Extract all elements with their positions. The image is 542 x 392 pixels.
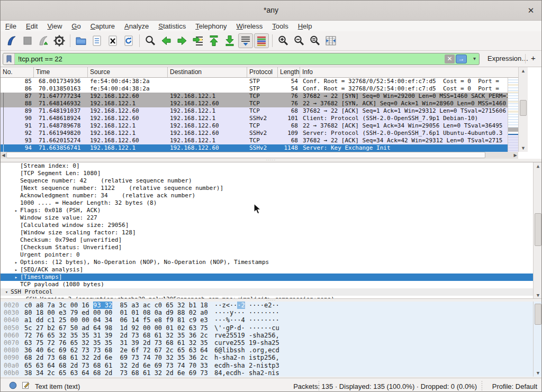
detail-row[interactable]: [Checksum Status: Unverified] — [1, 244, 541, 251]
display-filter-input[interactable]: !tcp.port == 22 ✕ → ▾ — [3, 53, 480, 65]
detail-row[interactable]: TCP payload (1080 bytes) — [1, 281, 541, 288]
hex-bytes[interactable]: 65 63 64 68 2d 73 68 61 32 2d 6e 69 73 7… — [24, 362, 208, 369]
scroll-down-icon[interactable]: ▼ — [534, 291, 541, 298]
zoom-reset-button[interactable] — [308, 33, 322, 48]
go-last-button[interactable] — [222, 33, 237, 48]
scrollbar-thumb[interactable] — [535, 304, 541, 325]
detail-row[interactable]: [Window size scaling factor: 128] — [1, 229, 541, 236]
restart-capture-button[interactable] — [36, 33, 51, 48]
packet-list-header[interactable]: No.TimeSourceDestinationProtocolLengthIn… — [1, 67, 518, 78]
packet-list-minimap[interactable] — [508, 78, 518, 152]
filter-dropdown-icon[interactable]: ▾ — [473, 56, 476, 61]
detail-row[interactable]: [Stream index: 0] — [1, 162, 541, 170]
titlebar[interactable]: *any ✕ — [1, 1, 541, 21]
ascii-bytes[interactable]: 84,ecdh- sha2-nis — [214, 369, 279, 377]
column-header-info[interactable]: Info — [300, 67, 518, 77]
detail-row[interactable]: [TCP Segment Len: 1080] — [1, 170, 541, 177]
stop-capture-button[interactable] — [20, 33, 35, 48]
ascii-bytes[interactable]: ···%···4 ········ — [214, 316, 279, 324]
capture-comment-icon[interactable] — [22, 381, 30, 391]
scrollbar-thumb[interactable] — [6, 152, 485, 158]
resize-columns-button[interactable] — [323, 33, 338, 48]
menu-edit[interactable]: Edit — [21, 21, 42, 31]
filter-apply-button[interactable]: → — [456, 54, 467, 63]
hex-bytes[interactable]: 80 18 00 e3 79 ed 00 00 01 01 08 0a d9 8… — [24, 309, 208, 316]
column-header-no[interactable]: No. — [1, 67, 34, 77]
zoom-out-button[interactable] — [292, 33, 306, 48]
hex-bytes[interactable]: 68 2d 73 68 61 32 2d 6e 69 73 74 70 32 3… — [24, 354, 208, 361]
menu-help[interactable]: Help — [293, 21, 317, 31]
packet-row-86[interactable]: 8670.013850163fe:54:00:d4:38:2aSTP54Conf… — [1, 85, 518, 93]
detail-row[interactable]: ▸Options: (12 bytes), No-Operation (NOP)… — [1, 259, 541, 266]
ascii-bytes[interactable]: ····y··· ········ — [214, 309, 279, 316]
hex-vscrollbar[interactable]: ▼ — [533, 302, 541, 377]
column-header-source[interactable]: Source — [88, 67, 168, 77]
filter-clear-button[interactable]: ✕ — [445, 54, 455, 63]
detail-row[interactable]: 1000 .... = Header Length: 32 bytes (8) — [1, 199, 541, 207]
packet-row-93[interactable]: 9371.662015274192.168.122.60192.168.122.… — [1, 137, 518, 144]
hex-bytes[interactable]: 72 76 65 32 35 35 31 39 2d 73 68 61 32 3… — [24, 332, 208, 339]
hex-row-0050[interactable]: 00505c 27 b2 67 50 ad 64 98 1d 92 00 00 … — [1, 324, 541, 332]
ascii-bytes[interactable]: rve25519 -sha256, — [214, 332, 279, 339]
hex-bytes[interactable]: a1 dd c1 25 00 00 04 34 06 14 f5 e8 f9 8… — [24, 316, 208, 324]
detail-row[interactable]: ▸Flags: 0x018 (PSH, ACK) — [1, 207, 541, 214]
menu-telephony[interactable]: Telephony — [191, 21, 231, 31]
start-capture-button[interactable] — [4, 33, 19, 48]
go-first-button[interactable] — [206, 33, 221, 48]
scrollbar-thumb[interactable] — [535, 213, 541, 246]
hex-row-00b0[interactable]: 00b038 34 2c 65 63 64 68 2d 73 68 61 32 … — [1, 369, 541, 377]
zoom-in-button[interactable] — [276, 33, 291, 48]
scroll-up-icon[interactable]: ▲ — [534, 162, 541, 170]
hex-row-0060[interactable]: 006072 76 65 32 35 35 31 39 2d 73 68 61 … — [1, 332, 541, 339]
hex-row-0080[interactable]: 008036 40 6c 69 62 73 73 68 2e 6f 72 67 … — [1, 347, 541, 354]
open-file-button[interactable] — [74, 33, 88, 48]
close-file-button[interactable] — [105, 33, 120, 48]
packet-row-85[interactable]: 8568.001734936fe:54:00:d4:38:2aSTP54Conf… — [1, 78, 518, 85]
hex-row-0040[interactable]: 0040a1 dd c1 25 00 00 04 34 06 14 f5 e8 … — [1, 316, 541, 324]
go-back-button[interactable] — [159, 33, 174, 48]
hex-row-0090[interactable]: 009068 2d 73 68 61 32 2d 6e 69 73 74 70 … — [1, 354, 541, 361]
details-vscrollbar[interactable]: ▲ ▼ — [533, 162, 541, 298]
detail-row[interactable]: ▾SSH Protocol — [1, 288, 541, 296]
detail-row[interactable]: ▸[Timestamps] — [1, 274, 541, 281]
reload-file-button[interactable] — [121, 33, 136, 48]
detail-row[interactable]: Acknowledgment number: 34 (relative ack … — [1, 192, 541, 199]
filter-bookmark-icon[interactable] — [3, 53, 15, 65]
save-file-button[interactable] — [89, 33, 104, 48]
expert-info-icon[interactable] — [9, 381, 17, 391]
hex-bytes[interactable]: 36 40 6c 69 62 73 73 68 2e 6f 72 67 2c 6… — [24, 347, 208, 354]
column-header-length[interactable]: Length — [278, 67, 300, 77]
expander-closed-icon[interactable]: ▸ — [12, 259, 20, 266]
hex-row-00a0[interactable]: 00a065 63 64 68 2d 73 68 61 32 2d 6e 69 … — [1, 362, 541, 369]
column-header-destination[interactable]: Destination — [168, 67, 247, 77]
menu-statistics[interactable]: Statistics — [153, 21, 191, 31]
scroll-right-icon[interactable]: ▶ — [512, 152, 518, 159]
scroll-down-icon[interactable]: ▼ — [534, 369, 541, 377]
find-packet-button[interactable] — [143, 33, 158, 48]
detail-row[interactable]: Sequence number: 42 (relative sequence n… — [1, 177, 541, 185]
detail-row[interactable]: Urgent pointer: 0 — [1, 251, 541, 259]
column-header-protocol[interactable]: Protocol — [247, 67, 278, 77]
menu-file[interactable]: File — [1, 21, 21, 31]
hex-row-0070[interactable]: 007063 75 72 76 65 32 35 35 31 39 2d 73 … — [1, 339, 541, 347]
expander-open-icon[interactable]: ▾ — [3, 288, 11, 296]
add-filter-button[interactable]: + — [531, 53, 536, 62]
hex-bytes[interactable]: c0 a8 7a 3c 00 16 93 32 85 a3 ac c0 65 3… — [24, 302, 208, 309]
column-header-time[interactable]: Time — [34, 67, 88, 77]
expander-closed-icon[interactable]: ▸ — [12, 274, 20, 281]
hex-bytes[interactable]: 5c 27 b2 67 50 ad 64 98 1d 92 00 00 01 0… — [24, 324, 208, 332]
go-to-packet-button[interactable] — [191, 33, 205, 48]
packet-row-89[interactable]: 8971.648191037192.168.122.60192.168.122.… — [1, 107, 518, 115]
menu-go[interactable]: Go — [67, 21, 85, 31]
packet-row-91[interactable]: 9171.648789678192.168.122.1192.168.122.6… — [1, 122, 518, 130]
status-profile[interactable]: Profile: Default — [492, 382, 537, 390]
menu-view[interactable]: View — [42, 21, 67, 31]
expander-closed-icon[interactable]: ▸ — [12, 266, 20, 274]
menu-capture[interactable]: Capture — [86, 21, 120, 31]
ascii-bytes[interactable]: curve255 19-sha25 — [214, 339, 279, 347]
ascii-bytes[interactable]: ··z<···2 ····e2·· — [214, 302, 279, 309]
ascii-bytes[interactable]: 6@libssh .org,ecd — [214, 347, 279, 354]
packet-row-92[interactable]: 9271.661949820192.168.122.1192.168.122.6… — [1, 130, 518, 137]
ascii-bytes[interactable]: \'·gP·d· ······cu — [214, 324, 279, 332]
capture-options-button[interactable] — [52, 33, 67, 48]
